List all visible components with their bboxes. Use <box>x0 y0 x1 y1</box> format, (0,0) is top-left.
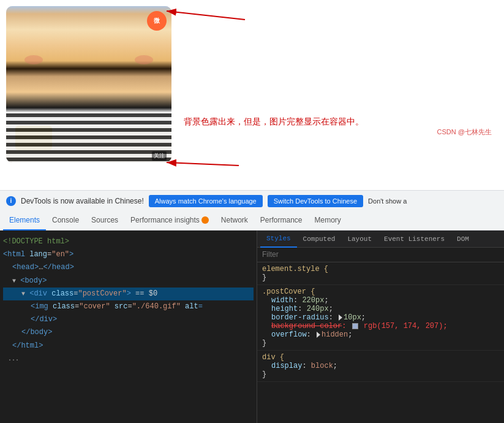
css-selector: div { <box>262 353 499 362</box>
css-close-brace: } <box>262 370 499 379</box>
switch-to-chinese-button[interactable]: Switch DevTools to Chinese <box>268 195 363 207</box>
css-prop-display: display: block; <box>262 362 499 370</box>
css-close-brace: } <box>262 273 499 282</box>
devtools-tabs: Elements Console Sources Performance ins… <box>0 211 504 231</box>
dom-line: </body> <box>3 326 254 339</box>
tab-memory[interactable]: Memory <box>309 211 347 231</box>
performance-insights-icon <box>201 216 209 224</box>
weibo-follow: 关注 <box>154 153 165 159</box>
dom-line: <html lang="en"> <box>3 248 254 261</box>
color-swatch <box>352 323 358 329</box>
tab-event-listeners[interactable]: Event Listeners <box>378 231 451 248</box>
tab-dom[interactable]: DOM <box>451 231 475 248</box>
dom-panel[interactable]: <!DOCTYPE html> <html lang="en"> <head>…… <box>0 231 257 423</box>
tab-performance[interactable]: Performance <box>254 211 309 231</box>
dom-line: </html> <box>3 340 254 352</box>
info-icon: i <box>6 196 16 206</box>
tab-layout[interactable]: Layout <box>341 231 378 248</box>
csdn-watermark: CSDN @七林先生 <box>437 128 492 137</box>
css-prop-overflow: overflow: hidden; <box>262 330 499 339</box>
styles-panel: Styles Computed Layout Event Listeners D… <box>257 231 504 423</box>
tab-network[interactable]: Network <box>215 211 254 231</box>
dom-line: </div> <box>3 313 254 326</box>
css-prop-height: height: 240px; <box>262 305 499 313</box>
notify-message: DevTools is now available in Chinese! <box>21 197 144 205</box>
browser-viewport: 微 关注 背景色露出来，但是，图片完整显示在容器中。 CSDN @七林先生 <box>0 0 504 190</box>
styles-inner-tabs: Styles Computed Layout Event Listeners D… <box>257 231 504 248</box>
filter-bar <box>257 248 504 262</box>
dom-line: <head>…</head> <box>3 261 254 274</box>
filter-input[interactable] <box>262 250 499 259</box>
tab-console[interactable]: Console <box>46 211 85 231</box>
tab-elements[interactable]: Elements <box>3 211 46 231</box>
tab-performance-insights[interactable]: Performance insights <box>124 211 215 231</box>
dom-line: <!DOCTYPE html> <box>3 235 254 248</box>
css-block-div: div { display: block; } <box>257 351 504 382</box>
css-selector: element.style { <box>262 265 499 273</box>
css-block-element-style: element.style { } <box>257 262 504 285</box>
css-close-brace: } <box>262 339 499 348</box>
devtools-notify-bar: i DevTools is now available in Chinese! … <box>0 190 504 211</box>
weibo-icon: 微 <box>147 11 167 31</box>
dont-show-button[interactable]: Don't show a <box>368 197 407 205</box>
devtools-main: <!DOCTYPE html> <html lang="en"> <head>…… <box>0 231 504 423</box>
tab-sources[interactable]: Sources <box>85 211 124 231</box>
css-prop-border-radius: border-radius: 10px; <box>262 313 499 322</box>
match-language-button[interactable]: Always match Chrome's language <box>149 195 263 207</box>
dom-line: <img class="cover" src="./640.gif" alt= <box>3 300 254 313</box>
tab-computed[interactable]: Computed <box>297 231 342 248</box>
css-prop-width: width: 220px; <box>262 296 499 305</box>
page-description: 背景色露出来，但是，图片完整显示在容器中。 <box>184 116 486 128</box>
dom-selected-line[interactable]: ▼ <div class="postCover"> == $0 <box>3 288 254 300</box>
css-selector: .postCover { <box>262 288 499 296</box>
css-block-postcover: .postCover { width: 220px; height: 240px… <box>257 285 504 351</box>
dom-three-dots: ... <box>3 354 254 363</box>
dom-line: ▼ <body> <box>3 275 254 288</box>
child-image: 微 关注 <box>6 6 171 162</box>
tab-styles[interactable]: Styles <box>260 231 297 248</box>
image-container: 微 关注 <box>6 6 171 162</box>
css-prop-background-color: background-color: rgb(157, 174, 207); <box>262 322 499 330</box>
